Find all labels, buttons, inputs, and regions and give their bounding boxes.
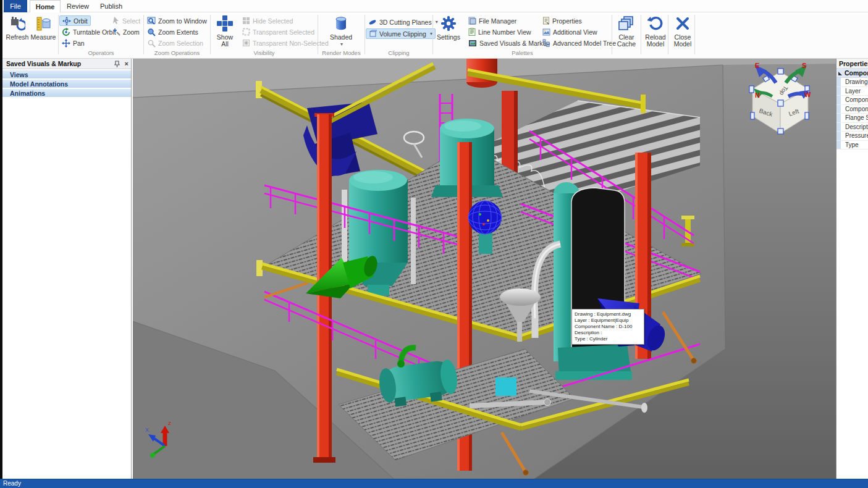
- property-row-component-1[interactable]: Componen: [836, 96, 868, 105]
- advanced-model-tree-button[interactable]: Advanced Model Tree: [540, 38, 618, 48]
- cutting-planes-icon: [368, 19, 377, 26]
- tooltip-description: Description :: [575, 330, 641, 336]
- palettes-group-label: Palettes: [434, 49, 611, 56]
- zoom-selection-button[interactable]: Zoom Selection: [145, 38, 206, 48]
- sidebar-item-views[interactable]: Views: [2, 70, 131, 78]
- saved-visuals-panel: Saved Visuals & Markup × Views Model Ann…: [2, 59, 132, 479]
- measure-label: Measure: [31, 34, 56, 41]
- property-row-layer[interactable]: Layer: [836, 87, 868, 96]
- saved-visuals-panel-title: Saved Visuals & Markup: [6, 60, 81, 67]
- close-model-label: Close Model: [672, 34, 694, 48]
- cutting-planes-button[interactable]: 3D Cutting Planes▾: [366, 17, 440, 27]
- shaded-dropdown-caret[interactable]: ▾: [340, 41, 343, 48]
- clear-cache-button[interactable]: Clear Cache: [613, 14, 640, 48]
- zoom-to-window-icon: [147, 17, 156, 25]
- properties-label: Properties: [552, 17, 582, 25]
- group-zoom-operations: Zoom to Window Zoom Extents Zoom Selecti…: [145, 12, 209, 57]
- panel-close-icon[interactable]: ×: [125, 59, 129, 69]
- tooltip-type: Type : Cylinder: [575, 336, 641, 342]
- pan-button[interactable]: Pan: [59, 38, 87, 48]
- properties-group-component[interactable]: Componen: [836, 69, 868, 78]
- advanced-model-tree-label: Advanced Model Tree: [553, 40, 616, 47]
- status-text: Ready: [3, 480, 21, 487]
- property-row-drawing[interactable]: Drawing: [836, 78, 868, 87]
- viewport-3d[interactable]: X Z Top Back Left E S N W Drawing : Equi…: [133, 59, 868, 479]
- tab-file[interactable]: File: [4, 0, 27, 12]
- settings-gear-icon: [440, 14, 457, 33]
- render-modes-group-label: Render Modes: [319, 49, 364, 56]
- transparent-selected-icon: [242, 28, 250, 36]
- file-manager-label: File Manager: [479, 17, 516, 25]
- show-all-button[interactable]: Show All: [211, 14, 238, 48]
- viewcube-compass-s: S: [802, 62, 806, 69]
- volume-clipping-label: Volume Clipping: [379, 30, 426, 38]
- volume-clipping-icon: [369, 30, 377, 38]
- group-palettes: Settings File Manager Line Number View S…: [434, 12, 611, 57]
- cutting-planes-label: 3D Cutting Planes: [379, 19, 432, 26]
- additional-view-button[interactable]: Additional View: [540, 27, 600, 37]
- property-row-description[interactable]: Description: [836, 123, 868, 132]
- cyan-box[interactable]: [495, 377, 516, 396]
- measure-button[interactable]: Measure: [30, 14, 57, 41]
- turntable-orbit-icon: [62, 28, 70, 36]
- expander-icon[interactable]: [838, 72, 842, 75]
- settings-button[interactable]: Settings: [435, 14, 462, 41]
- settings-label: Settings: [437, 34, 460, 41]
- properties-button[interactable]: Properties: [540, 15, 584, 26]
- operators-group-label: Operators: [59, 49, 143, 56]
- group-operators: Orbit Turntable Orbit Pan Select Zoom Op…: [59, 12, 143, 57]
- shaded-button[interactable]: Shaded ▾: [327, 14, 355, 48]
- component-tooltip: Drawing : Equipment.dwg Layer : Equipmen…: [571, 309, 644, 345]
- group-clipping: 3D Cutting Planes▾ Volume Clipping▾ Clip…: [366, 12, 432, 57]
- orbit-button[interactable]: Orbit: [59, 15, 91, 26]
- tab-review[interactable]: Review: [63, 0, 93, 12]
- refresh-icon: [9, 14, 25, 33]
- refresh-button[interactable]: Refresh: [4, 14, 31, 41]
- selected-vessel-d100[interactable]: [554, 182, 632, 380]
- select-button[interactable]: Select: [110, 15, 143, 26]
- shaded-label: Shaded: [330, 34, 352, 41]
- ribbon: Refresh Measure Orbit Turntable Orbit Pa…: [0, 12, 868, 59]
- line-number-view-icon: [468, 28, 476, 36]
- saved-visuals-icon: [468, 40, 477, 47]
- zoom-icon: [112, 28, 120, 36]
- clear-cache-label: Clear Cache: [616, 34, 637, 48]
- zoom-extents-button[interactable]: Zoom Extents: [145, 27, 201, 37]
- line-number-view-button[interactable]: Line Number View: [466, 27, 534, 37]
- zoom-extents-label: Zoom Extents: [158, 28, 198, 36]
- tab-publish[interactable]: Publish: [95, 0, 127, 12]
- sidebar-item-model-annotations[interactable]: Model Annotations: [2, 79, 131, 88]
- property-row-pressure-rating[interactable]: Pressure Ra: [836, 132, 868, 141]
- reload-model-button[interactable]: Reload Model: [642, 14, 669, 48]
- viewcube-compass-n: N: [755, 91, 760, 99]
- transparent-selected-button[interactable]: Transparent Selected: [240, 27, 317, 37]
- zoom-operations-group-label: Zoom Operations: [145, 49, 209, 56]
- shaded-icon: [333, 14, 349, 33]
- 3d-scene: X Z Top Back Left E S N W: [133, 59, 868, 479]
- volume-clipping-button[interactable]: Volume Clipping▾: [366, 28, 436, 39]
- clear-cache-icon: [618, 14, 635, 33]
- zoom-to-window-button[interactable]: Zoom to Window: [145, 15, 209, 26]
- zoom-label: Zoom: [123, 28, 140, 36]
- property-row-component-2[interactable]: Componen: [836, 105, 868, 114]
- group-visibility: Show All Hide Selected Transparent Selec…: [211, 12, 317, 57]
- close-model-button[interactable]: Close Model: [669, 14, 696, 48]
- tab-home[interactable]: Home: [30, 0, 61, 12]
- property-row-flange-size[interactable]: Flange Size: [836, 114, 868, 123]
- pin-icon[interactable]: [114, 61, 120, 67]
- zoom-selection-icon: [147, 39, 156, 48]
- file-manager-icon: [468, 17, 476, 25]
- orbit-label: Orbit: [74, 17, 88, 25]
- transparent-non-selected-icon: [242, 39, 250, 47]
- show-all-label: Show All: [214, 34, 236, 48]
- file-manager-button[interactable]: File Manager: [466, 15, 519, 26]
- zoom-extents-icon: [147, 28, 156, 36]
- zoom-button[interactable]: Zoom: [110, 27, 142, 37]
- property-row-type[interactable]: Type: [836, 141, 868, 150]
- properties-icon: [542, 17, 550, 25]
- additional-view-icon: [542, 28, 550, 36]
- axis-z-label: Z: [168, 421, 171, 426]
- show-all-icon: [216, 14, 234, 33]
- hide-selected-button[interactable]: Hide Selected: [240, 15, 295, 26]
- sidebar-item-animations[interactable]: Animations: [2, 88, 131, 97]
